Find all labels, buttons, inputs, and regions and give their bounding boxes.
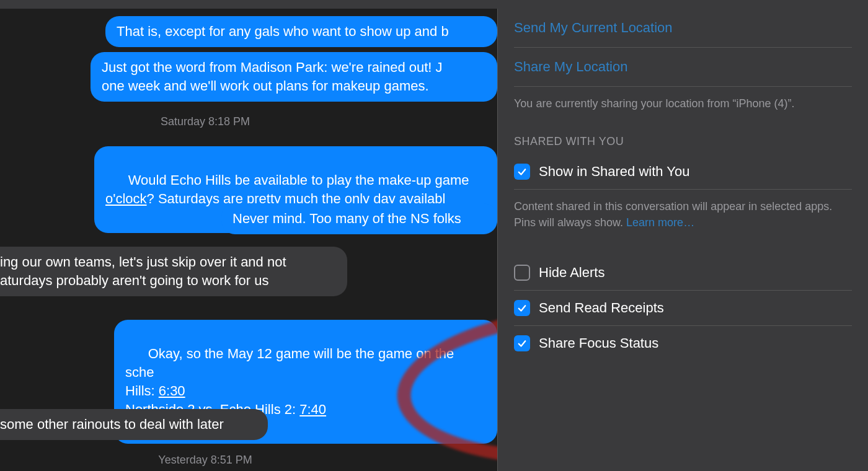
message-bubble-outgoing[interactable]: That is, except for any gals who want to… — [105, 16, 497, 47]
time-link[interactable]: o'clock — [105, 191, 147, 206]
message-timestamp: Yesterday 8:51 PM — [0, 454, 454, 467]
share-focus-status-checkbox-row[interactable]: Share Focus Status — [514, 326, 852, 361]
message-text: Just got the word from Madison Park: we'… — [102, 59, 497, 94]
send-read-receipts-checkbox-row[interactable]: Send Read Receipts — [514, 291, 852, 325]
location-sharing-note: You are currently sharing your location … — [514, 87, 852, 129]
details-sidebar: Send My Current Location Share My Locati… — [497, 9, 868, 471]
message-text: That is, except for any gals who want to… — [117, 24, 449, 39]
checkbox-label: Hide Alerts — [539, 265, 604, 281]
messages-pane: That is, except for any gals who want to… — [0, 9, 497, 471]
checkbox-label: Show in Shared with You — [539, 164, 689, 180]
message-bubble-outgoing[interactable]: Just got the word from Madison Park: we'… — [91, 52, 497, 102]
message-text: Would Echo Hills be available to play th… — [128, 172, 473, 188]
checkbox-icon — [514, 164, 530, 180]
shared-with-you-note: Content shared in this conversation will… — [514, 190, 852, 255]
show-in-shared-checkbox-row[interactable]: Show in Shared with You — [514, 154, 852, 189]
checkbox-icon — [514, 265, 530, 281]
message-text: some other rainouts to deal with later — [0, 416, 224, 432]
time-link[interactable]: 6:30 — [159, 383, 185, 398]
checkbox-icon — [514, 335, 530, 351]
time-link[interactable]: 7:40 — [299, 402, 326, 417]
shared-with-you-header: SHARED WITH YOU — [514, 129, 852, 154]
message-text: Never mind. Too many of the NS folks — [232, 211, 461, 226]
message-bubble-outgoing[interactable]: Never mind. Too many of the NS folks — [221, 203, 497, 234]
checkbox-label: Send Read Receipts — [539, 300, 664, 316]
send-location-button[interactable]: Send My Current Location — [514, 9, 852, 47]
window-toolbar — [0, 0, 868, 9]
hide-alerts-checkbox-row[interactable]: Hide Alerts — [514, 255, 852, 290]
checkbox-label: Share Focus Status — [539, 335, 658, 351]
message-timestamp: Saturday 8:18 PM — [0, 115, 454, 128]
share-location-button[interactable]: Share My Location — [514, 48, 852, 86]
learn-more-link[interactable]: Learn more… — [626, 216, 694, 229]
message-bubble-incoming[interactable]: ing our own teams, let's just skip over … — [0, 247, 347, 296]
message-text: ing our own teams, let's just skip over … — [0, 254, 286, 288]
message-bubble-incoming[interactable]: some other rainouts to deal with later — [0, 409, 268, 440]
checkbox-icon — [514, 300, 530, 316]
